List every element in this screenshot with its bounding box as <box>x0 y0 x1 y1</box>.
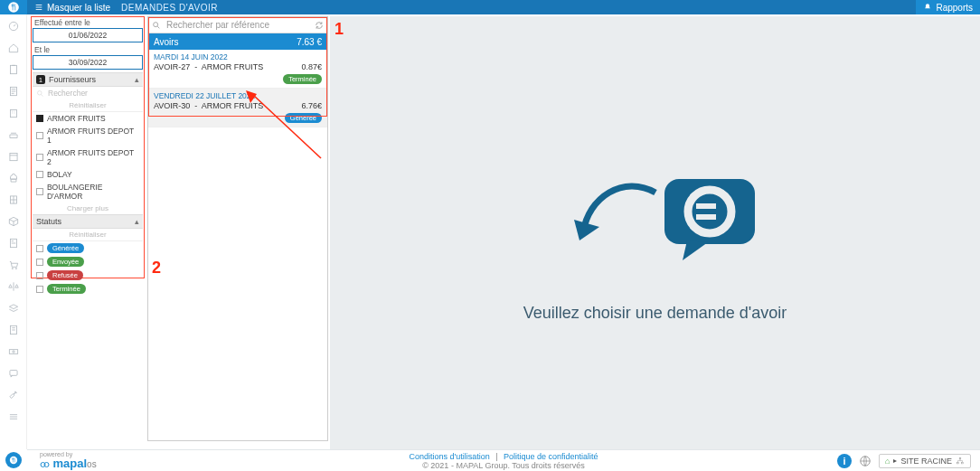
nav-box[interactable] <box>7 215 20 228</box>
nav-scale[interactable] <box>7 280 20 293</box>
building-icon <box>7 107 20 119</box>
nav-receipt[interactable] <box>7 324 20 336</box>
status-section-title: Statuts <box>36 217 61 226</box>
list-item[interactable]: MARDI 14 JUIN 2022 AVOIR-27 - ARMOR FRUI… <box>148 50 327 89</box>
nav-cart[interactable] <box>7 259 20 271</box>
suppliers-search-placeholder: Rechercher <box>48 89 88 98</box>
nav-chat[interactable] <box>7 367 20 380</box>
nav-money[interactable] <box>7 345 20 358</box>
hide-list-label: Masquer la liste <box>47 3 110 13</box>
chef-hat-icon <box>7 172 20 184</box>
list-item-amount: 0.87€ <box>301 62 322 71</box>
supplier-item[interactable]: BOLAY <box>33 168 143 181</box>
list-header: Avoirs 7.63 € <box>148 33 327 50</box>
bottom-app-icon[interactable] <box>5 452 22 468</box>
annotation-number-2: 2 <box>152 259 161 278</box>
svg-rect-4 <box>10 110 16 118</box>
date-to-label: Et le <box>33 45 143 54</box>
suppliers-search[interactable]: Rechercher <box>33 87 143 99</box>
status-badge: Terminée <box>283 74 322 84</box>
status-item[interactable]: Envoyée <box>33 255 143 268</box>
nav-home[interactable] <box>7 42 20 54</box>
nav-sheet[interactable] <box>7 193 20 206</box>
load-more-link[interactable]: Charger plus <box>33 203 143 214</box>
list-header-label: Avoirs <box>154 37 179 47</box>
status-reset[interactable]: Réinitialiser <box>33 229 143 241</box>
status-badge: Générée <box>47 243 84 253</box>
site-button[interactable]: ⌂ ▸ SITE RACINE <box>879 454 971 468</box>
globe-icon[interactable] <box>859 455 872 467</box>
nav-calendar[interactable] <box>7 150 20 163</box>
stack-icon <box>7 410 20 423</box>
home-icon: ⌂ <box>885 457 890 466</box>
supplier-name: ARMOR FRUITS DEPOT 2 <box>47 148 139 166</box>
brand-mark-icon <box>40 459 51 470</box>
left-nav <box>0 14 27 449</box>
svg-rect-13 <box>9 371 16 376</box>
status-section-header[interactable]: Statuts ▴ <box>33 214 143 229</box>
list-item-ref: AVOIR-27 - ARMOR FRUITS <box>154 62 263 71</box>
refresh-icon[interactable] <box>315 21 324 30</box>
nav-invoice[interactable] <box>7 237 20 250</box>
status-item[interactable]: Refusée <box>33 268 143 282</box>
clipboard-icon <box>7 63 20 76</box>
status-badge: Terminée <box>47 284 86 294</box>
nav-chef[interactable] <box>7 172 20 184</box>
nav-clipboard[interactable] <box>7 63 20 76</box>
layers-icon <box>7 302 20 315</box>
brand-logo: mapalos <box>40 457 97 471</box>
list-collapse-icon <box>34 3 43 12</box>
status-item[interactable]: Terminée <box>33 282 143 296</box>
supplier-item[interactable]: ARMOR FRUITS DEPOT 1 <box>33 125 143 146</box>
terms-link[interactable]: Conditions d'utilisation <box>409 452 489 461</box>
annotation-number-1: 1 <box>335 20 344 39</box>
tree-icon: ▸ <box>893 457 897 465</box>
supplier-name: BOULANGERIE D'ARMOR <box>47 183 139 201</box>
powered-by: powered by mapalos <box>40 451 97 471</box>
date-from-input[interactable]: 01/06/2022 <box>33 28 143 42</box>
app-logo[interactable] <box>0 0 27 14</box>
list-search-placeholder: Rechercher par référence <box>166 20 269 30</box>
svg-point-15 <box>154 22 158 26</box>
bell-icon <box>923 3 932 12</box>
nav-doc[interactable] <box>7 85 20 98</box>
suppliers-reset[interactable]: Réinitialiser <box>33 99 143 112</box>
suppliers-section-header[interactable]: 1 Fournisseurs ▴ <box>33 72 143 87</box>
nav-dashboard[interactable] <box>7 20 20 33</box>
status-item[interactable]: Générée <box>33 241 143 255</box>
scale-icon <box>7 280 20 293</box>
list-search[interactable]: Rechercher par référence <box>148 17 327 33</box>
info-button[interactable]: i <box>837 454 852 468</box>
chat-icon <box>7 367 20 380</box>
supplier-item[interactable]: ARMOR FRUITS DEPOT 2 <box>33 146 143 168</box>
reports-button[interactable]: Rapports <box>916 0 980 14</box>
checkbox-icon <box>36 245 43 252</box>
hide-list-button[interactable]: Masquer la liste <box>34 3 110 13</box>
copyright: © 2021 - MAPAL Group. Tous droits réserv… <box>409 461 598 470</box>
nav-building[interactable] <box>7 107 20 119</box>
svg-line-16 <box>253 95 321 158</box>
suppliers-count-badge: 1 <box>36 75 45 84</box>
privacy-link[interactable]: Politique de confidentialité <box>504 452 598 461</box>
svg-rect-22 <box>957 462 959 464</box>
supplier-item[interactable]: ARMOR FRUITS <box>33 112 143 125</box>
list-item-date: MARDI 14 JUIN 2022 <box>148 50 327 61</box>
nav-stack[interactable] <box>7 410 20 423</box>
supplier-name: ARMOR FRUITS <box>47 114 106 123</box>
date-to-input[interactable]: 30/09/2022 <box>33 55 143 70</box>
checkbox-icon <box>36 154 43 161</box>
nav-layers[interactable] <box>7 302 20 315</box>
brand-name: mapal <box>53 457 88 470</box>
wrench-icon <box>7 389 20 401</box>
nav-kitchen[interactable] <box>7 128 20 141</box>
status-badge: Refusée <box>47 270 83 280</box>
list-item-row: AVOIR-27 - ARMOR FRUITS 0.87€ <box>148 61 327 72</box>
footer-right: i ⌂ ▸ SITE RACINE <box>837 454 971 468</box>
site-label: SITE RACINE <box>900 457 952 466</box>
date-from-label: Effectué entre le <box>33 18 143 27</box>
home-icon <box>7 42 20 54</box>
supplier-item[interactable]: BOULANGERIE D'ARMOR <box>33 181 143 203</box>
svg-rect-5 <box>9 154 16 161</box>
banknote-icon <box>7 345 20 358</box>
nav-settings[interactable] <box>7 389 20 401</box>
